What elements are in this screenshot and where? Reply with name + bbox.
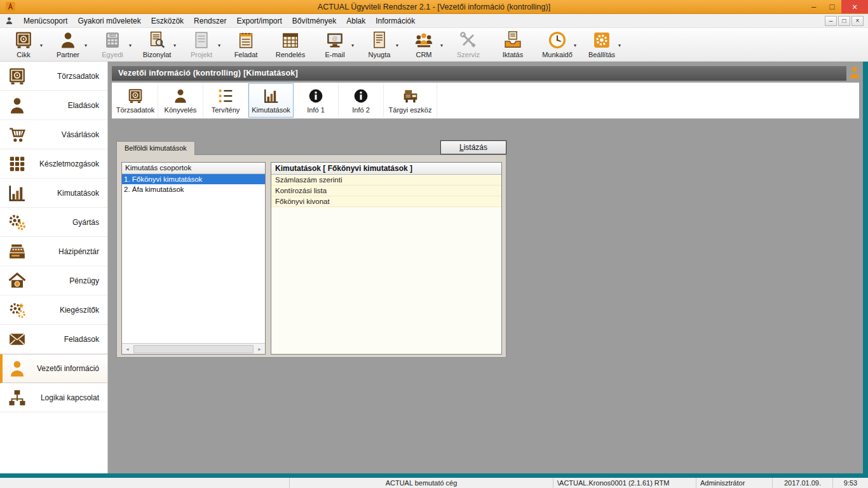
sidebar-item-gyartas[interactable]: Gyártás xyxy=(0,208,107,237)
chart-icon xyxy=(263,88,280,104)
person-icon xyxy=(172,88,189,104)
mdi-close-button[interactable]: × xyxy=(851,16,864,26)
svg-text:0110: 0110 xyxy=(109,34,116,37)
toolbar-feladat[interactable]: Feladat xyxy=(224,29,268,61)
toolbar-label: Iktatás xyxy=(503,51,523,58)
group-row-2-afa-kimutatasok[interactable]: 2. Áfa kimutatások xyxy=(122,184,265,194)
ribbon-info-1[interactable]: Infó 1 xyxy=(294,83,339,118)
dropdown-arrow-icon[interactable]: ▾ xyxy=(618,43,621,48)
toolbar-egyedi[interactable]: 0110▾Egyedi xyxy=(90,29,135,61)
dropdown-arrow-icon[interactable]: ▾ xyxy=(351,43,354,48)
menu-informaciok[interactable]: Információk xyxy=(370,14,420,27)
toolbar-szerviz[interactable]: Szerviz xyxy=(446,29,491,61)
sidebar-item-torzsadatok[interactable]: Törzsadatok xyxy=(0,62,107,91)
doc-icon xyxy=(192,30,211,50)
toolbar-iktatas[interactable]: Iktatás xyxy=(491,29,535,61)
ribbon-konyveles[interactable]: Könyvelés xyxy=(158,83,203,118)
group-row-1-fokonyvi-kimutatasok[interactable]: 1. Főkönyvi kimutatások xyxy=(122,174,265,184)
toolbar-cikk[interactable]: ▾Cikk xyxy=(1,29,46,61)
dropdown-arrow-icon[interactable]: ▾ xyxy=(574,43,576,48)
titlebar: ACTUAL Ügyviteli Rendszer 2.1 - [Vezetői… xyxy=(0,0,868,14)
ribbon-info-2[interactable]: Infó 2 xyxy=(339,83,384,118)
horizontal-scrollbar[interactable]: ◄ ► xyxy=(122,343,265,354)
sidebar-item-label: Eladások xyxy=(31,101,99,110)
toolbar-rendeles[interactable]: Rendelés xyxy=(268,29,313,61)
gears-icon xyxy=(8,213,27,232)
menu-bovitmenyek[interactable]: Bővítmények xyxy=(287,14,341,27)
toolbar-label: Munkaidő xyxy=(542,51,573,58)
sidebar-item-kimutatasok[interactable]: Kimutatások xyxy=(0,179,107,208)
sidebar-item-label: Vezetői információ xyxy=(31,364,99,373)
toolbar-munkaido[interactable]: ▾Munkaidő xyxy=(535,29,580,61)
people-icon xyxy=(414,30,433,50)
toolbar-label: Rendelés xyxy=(276,51,305,58)
sidebar-item-eladasok[interactable]: Eladások xyxy=(0,91,107,120)
dropdown-arrow-icon[interactable]: ▾ xyxy=(40,43,43,48)
scroll-left-icon[interactable]: ◄ xyxy=(122,344,133,354)
ribbon-toolbar: TörzsadatokKönyvelésTerv/tényKimutatások… xyxy=(112,83,859,119)
user-icon xyxy=(5,17,13,25)
close-button[interactable]: × xyxy=(841,0,868,13)
toolbar-partner[interactable]: ▾Partner xyxy=(46,29,90,61)
menu-export-import[interactable]: Export/import xyxy=(231,14,287,27)
toolbar-projekt[interactable]: ▾Projekt xyxy=(179,29,224,61)
svg-text:@: @ xyxy=(332,36,338,42)
toolbar-label: Bizonylat xyxy=(143,51,172,58)
toolbar-label: Nyugta xyxy=(369,51,391,58)
sidebar-item-kiegeszitok[interactable]: Kiegészítők xyxy=(0,295,107,325)
bottom-border-strip xyxy=(0,473,868,478)
report-row-fokonyvi-kivonat[interactable]: Főkönyvi kivonat xyxy=(271,196,501,207)
ribbon-label: Könyvelés xyxy=(165,106,197,114)
scroll-thumb[interactable] xyxy=(133,345,254,353)
dropdown-arrow-icon[interactable]: ▾ xyxy=(173,43,176,48)
sidebar-item-vezetoi-informacio[interactable]: Vezetői információ xyxy=(0,354,107,383)
toolbar-beallitas[interactable]: ▾Beállítás xyxy=(580,29,624,61)
menu-ablak[interactable]: Ablak xyxy=(341,14,370,27)
tray-icon xyxy=(503,30,522,50)
app-window: ACTUAL Ügyviteli Rendszer 2.1 - [Vezetői… xyxy=(0,0,868,488)
person-icon xyxy=(58,30,78,50)
listazas-button[interactable]: Listázás xyxy=(440,140,506,154)
sidebar-item-label: Gyártás xyxy=(31,218,99,227)
puzzle-icon xyxy=(8,301,27,320)
gear-box-icon xyxy=(592,30,611,50)
tab-belfoldi-kimutatasok[interactable]: Belföldi kimutatások xyxy=(116,141,195,155)
mdi-minimize-button[interactable]: – xyxy=(825,16,837,26)
ribbon-torzsadatok[interactable]: Törzsadatok xyxy=(113,83,158,118)
sidebar-item-feladasok[interactable]: Feladások xyxy=(0,325,107,354)
menu-gyakori-muveletek[interactable]: Gyakori műveletek xyxy=(72,14,146,27)
menu-menucsoport[interactable]: Menücsoport xyxy=(18,14,72,27)
toolbar-label: Egyedi xyxy=(102,51,123,58)
report-row-kontirozasi-lista[interactable]: Kontírozási lista xyxy=(271,186,501,196)
profile-person-icon[interactable] xyxy=(848,65,862,79)
ribbon-kimutatasok[interactable]: Kimutatások xyxy=(248,83,294,118)
sidebar-item-label: Vásárlások xyxy=(31,130,99,139)
toolbar-label: E-mail xyxy=(325,51,344,58)
dropdown-arrow-icon[interactable]: ▾ xyxy=(396,43,398,48)
sidebar-item-keszletmozgasok[interactable]: Készletmozgások xyxy=(0,149,107,179)
dropdown-arrow-icon[interactable]: ▾ xyxy=(85,43,87,48)
dropdown-arrow-icon[interactable]: ▾ xyxy=(129,43,132,48)
info-icon xyxy=(353,88,369,104)
ribbon-targyi-eszkoz[interactable]: Tárgyi eszköz xyxy=(384,83,437,118)
minimize-button[interactable]: – xyxy=(804,0,823,13)
dropdown-arrow-icon[interactable]: ▾ xyxy=(218,43,220,48)
sidebar-item-logikai-kapcsolat[interactable]: Logikai kapcsolat xyxy=(0,383,107,412)
sidebar-item-penzugy[interactable]: Pénzügy xyxy=(0,266,107,295)
toolbar-nyugta[interactable]: ▾Nyugta xyxy=(357,29,402,61)
scroll-right-icon[interactable]: ► xyxy=(254,344,265,354)
toolbar-e-mail[interactable]: @▾E-mail xyxy=(313,29,357,61)
menu-items: MenücsoportGyakori műveletekEszközökRend… xyxy=(18,14,420,27)
toolbar-bizonylat[interactable]: ▾Bizonylat xyxy=(135,29,179,61)
toolbar-crm[interactable]: ▾CRM xyxy=(402,29,446,61)
mdi-restore-button[interactable]: □ xyxy=(838,16,850,26)
sidebar-item-hazipenztar[interactable]: Házipénztár xyxy=(0,237,107,266)
menu-eszkozok[interactable]: Eszközök xyxy=(146,14,189,27)
ribbon-terv-teny[interactable]: Terv/tény xyxy=(203,83,248,118)
report-row-szamlaszam-szerinti[interactable]: Számlaszám szerinti xyxy=(271,175,501,186)
toolbar-label: CRM xyxy=(416,51,431,58)
maximize-button[interactable]: □ xyxy=(823,0,841,13)
menu-rendszer[interactable]: Rendszer xyxy=(189,14,231,27)
dropdown-arrow-icon[interactable]: ▾ xyxy=(440,43,443,48)
sidebar-item-vasarlasok[interactable]: Vásárlások xyxy=(0,120,107,149)
